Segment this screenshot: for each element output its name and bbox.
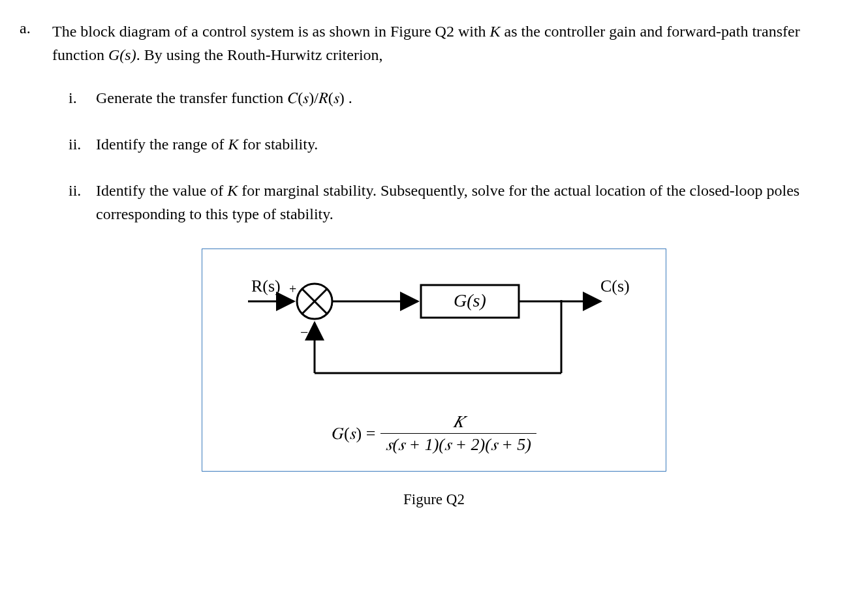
eq-fraction: 𝐾 𝑠(𝑠 + 1)(𝑠 + 2)(𝑠 + 5) — [380, 412, 536, 455]
sub-item-ii-a: ii. Identify the range of K for stabilit… — [69, 132, 848, 156]
q-Gs: G(s) — [108, 46, 136, 63]
figure-caption: Figure Q2 — [403, 491, 465, 508]
output-label: C(s) — [600, 277, 630, 295]
eq-numerator: 𝐾 — [448, 412, 469, 433]
eq-denominator: 𝑠(𝑠 + 1)(𝑠 + 2)(𝑠 + 5) — [380, 434, 536, 455]
q-text-3: . By using the Routh-Hurwitz criterion, — [136, 46, 383, 63]
q-text-1: The block diagram of a control system is… — [52, 23, 490, 40]
diagram-box: R(s) + − G(s) C(s) 𝐺(𝑠) = 𝐾 — [202, 249, 666, 472]
question-marker: a. — [20, 20, 39, 67]
sub-text-ii-a: Identify the range of K for stability. — [96, 132, 318, 156]
sub-item-i: i. Generate the transfer function 𝐶(𝑠)/𝑅… — [69, 86, 848, 110]
q-K: K — [490, 23, 501, 40]
sub-item-ii-b: ii. Identify the value of K for marginal… — [69, 179, 848, 226]
sub-marker-ii-a: ii. — [69, 132, 88, 156]
sub-K-ii-b: K — [227, 182, 238, 199]
sub-marker-ii-b: ii. — [69, 179, 88, 226]
plus-label: + — [289, 282, 296, 296]
question-main: a. The block diagram of a control system… — [20, 20, 848, 67]
question-text: The block diagram of a control system is… — [52, 20, 848, 67]
input-label: R(s) — [251, 277, 281, 295]
diagram-container: R(s) + − G(s) C(s) 𝐺(𝑠) = 𝐾 — [20, 249, 848, 508]
sub-text-ii-a-1: Identify the range of — [96, 136, 228, 153]
sub-text-ii-a-2: for stability. — [239, 136, 318, 153]
sub-text-i: Generate the transfer function 𝐶(𝑠)/𝑅(𝑠)… — [96, 86, 352, 110]
eq-lhs: 𝐺(𝑠) = — [332, 424, 375, 444]
block-diagram-svg: R(s) + − G(s) C(s) — [232, 269, 636, 393]
sub-items: i. Generate the transfer function 𝐶(𝑠)/𝑅… — [20, 86, 848, 226]
sub-text-ii-b-1: Identify the value of — [96, 182, 227, 199]
sub-text-ii-b: Identify the value of K for marginal sta… — [96, 179, 848, 226]
sub-marker-i: i. — [69, 86, 88, 110]
block-label: G(s) — [454, 290, 486, 310]
gs-equation: 𝐺(𝑠) = 𝐾 𝑠(𝑠 + 1)(𝑠 + 2)(𝑠 + 5) — [332, 412, 536, 455]
minus-label: − — [300, 324, 308, 340]
sub-K-ii-a: K — [228, 136, 239, 153]
